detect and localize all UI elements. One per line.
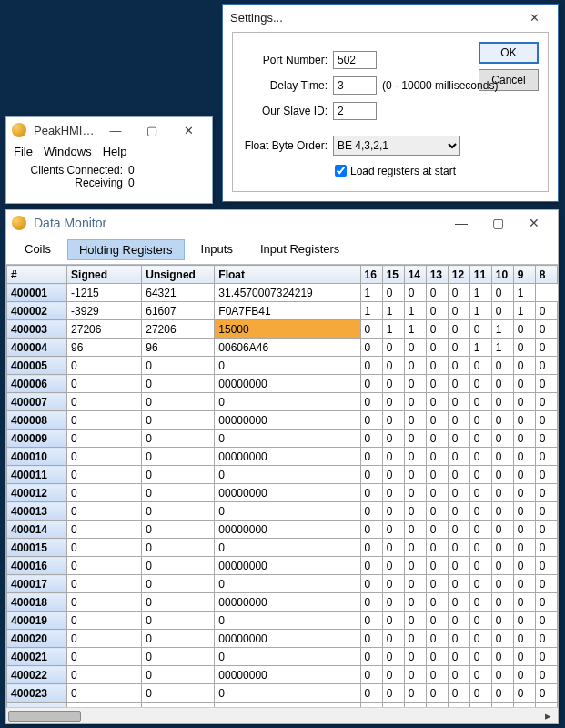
cell-bit[interactable]: 0 (469, 466, 491, 484)
cell-bit[interactable]: 0 (448, 557, 469, 575)
cell-addr[interactable]: 400020 (7, 630, 67, 648)
cell-signed[interactable]: 0 (67, 357, 142, 375)
cell-bit[interactable]: 0 (535, 502, 557, 521)
cell-bit[interactable]: 0 (491, 648, 513, 666)
cell-bit[interactable]: 0 (491, 393, 513, 411)
cell-unsigned[interactable]: 0 (142, 648, 215, 666)
cell-bit[interactable]: 0 (513, 612, 535, 630)
cell-bit[interactable]: 0 (448, 593, 469, 612)
cell-bit[interactable]: 0 (491, 430, 513, 448)
cell-addr[interactable]: 400009 (7, 430, 67, 448)
cell-bit[interactable]: 0 (448, 666, 469, 684)
header-bit-13[interactable]: 13 (426, 266, 448, 284)
cell-addr[interactable]: 400012 (7, 484, 67, 502)
table-row[interactable]: 400011000000000000 (7, 466, 558, 484)
cell-float[interactable]: 0 (215, 393, 360, 411)
cell-bit[interactable]: 0 (448, 484, 469, 502)
cell-bit[interactable]: 0 (491, 557, 513, 575)
cell-bit[interactable]: 0 (360, 593, 382, 612)
cell-bit[interactable]: 0 (382, 612, 404, 630)
cell-bit[interactable]: 0 (404, 448, 426, 466)
table-row[interactable]: 400005000000000000 (7, 357, 558, 375)
cell-bit[interactable]: 0 (448, 320, 469, 339)
cell-bit[interactable]: 1 (491, 339, 513, 357)
cell-bit[interactable]: 0 (469, 320, 491, 339)
cell-bit[interactable]: 1 (360, 284, 382, 302)
minimize-icon[interactable]: — (443, 212, 479, 234)
cell-bit[interactable]: 0 (469, 684, 491, 703)
cell-bit[interactable]: 0 (469, 502, 491, 521)
cell-bit[interactable]: 0 (404, 502, 426, 521)
cell-addr[interactable]: 400005 (7, 357, 67, 375)
cell-bit[interactable]: 0 (469, 539, 491, 557)
delay-input[interactable] (333, 76, 377, 95)
cell-bit[interactable]: 1 (513, 302, 535, 320)
cell-bit[interactable]: 0 (360, 320, 382, 339)
cell-bit[interactable]: 0 (491, 593, 513, 612)
cell-bit[interactable]: 0 (448, 430, 469, 448)
cell-float[interactable]: 00000000 (215, 521, 360, 539)
cell-bit[interactable]: 0 (491, 411, 513, 430)
cell-bit[interactable]: 0 (382, 502, 404, 521)
cell-bit[interactable]: 0 (426, 484, 448, 502)
cell-bit[interactable]: 0 (426, 393, 448, 411)
cell-bit[interactable]: 0 (404, 593, 426, 612)
cell-bit[interactable]: 0 (491, 375, 513, 393)
cell-bit[interactable]: 0 (513, 630, 535, 648)
cell-bit[interactable]: 0 (469, 612, 491, 630)
cell-unsigned[interactable]: 0 (142, 630, 215, 648)
cell-bit[interactable]: 0 (360, 666, 382, 684)
cell-bit[interactable]: 0 (404, 430, 426, 448)
cell-signed[interactable]: 0 (67, 448, 142, 466)
cell-bit[interactable]: 0 (382, 393, 404, 411)
scrollbar-thumb[interactable] (8, 711, 81, 722)
close-icon[interactable]: ✕ (170, 119, 207, 141)
cell-bit[interactable]: 0 (426, 684, 448, 703)
cell-bit[interactable]: 0 (491, 448, 513, 466)
cell-bit[interactable]: 0 (535, 484, 557, 502)
cell-bit[interactable]: 0 (382, 648, 404, 666)
cell-addr[interactable]: 400010 (7, 448, 67, 466)
cell-bit[interactable]: 0 (404, 484, 426, 502)
table-row[interactable]: 400003272062720615000011000100 (7, 320, 558, 339)
cell-bit[interactable]: 0 (535, 630, 557, 648)
cell-bit[interactable]: 1 (469, 339, 491, 357)
maximize-icon[interactable]: ▢ (134, 119, 170, 141)
cell-bit[interactable]: 0 (535, 466, 557, 484)
cell-unsigned[interactable]: 0 (142, 557, 215, 575)
cell-bit[interactable]: 0 (491, 284, 513, 302)
cell-bit[interactable]: 0 (469, 630, 491, 648)
cell-bit[interactable]: 0 (491, 666, 513, 684)
cell-bit[interactable]: 0 (448, 393, 469, 411)
cell-bit[interactable]: 0 (360, 612, 382, 630)
cell-addr[interactable]: 400001 (7, 284, 67, 302)
cell-bit[interactable]: 0 (491, 357, 513, 375)
cell-bit[interactable]: 0 (469, 666, 491, 684)
cell-bit[interactable]: 0 (448, 539, 469, 557)
cell-unsigned[interactable]: 64321 (142, 284, 215, 302)
cell-bit[interactable]: 0 (426, 357, 448, 375)
cell-bit[interactable]: 0 (426, 320, 448, 339)
table-row[interactable]: 400015000000000000 (7, 539, 558, 557)
cell-unsigned[interactable]: 0 (142, 393, 215, 411)
cell-bit[interactable]: 1 (382, 302, 404, 320)
cell-bit[interactable]: 0 (382, 575, 404, 593)
cell-bit[interactable]: 0 (382, 630, 404, 648)
cell-bit[interactable]: 0 (491, 539, 513, 557)
cell-bit[interactable]: 0 (382, 521, 404, 539)
cell-unsigned[interactable]: 0 (142, 521, 215, 539)
cell-bit[interactable]: 0 (426, 612, 448, 630)
cell-bit[interactable]: 0 (535, 430, 557, 448)
cell-bit[interactable]: 0 (448, 411, 469, 430)
cell-bit[interactable]: 0 (469, 375, 491, 393)
cell-signed[interactable]: 0 (67, 648, 142, 666)
cell-bit[interactable]: 0 (382, 448, 404, 466)
table-row[interactable]: 400017000000000000 (7, 575, 558, 593)
cell-bit[interactable]: 0 (535, 320, 557, 339)
cell-bit[interactable]: 0 (491, 575, 513, 593)
cell-bit[interactable]: 0 (426, 666, 448, 684)
cell-bit[interactable]: 0 (360, 521, 382, 539)
cell-signed[interactable]: 0 (67, 666, 142, 684)
table-row[interactable]: 400001-12156432131.457000732421910000101 (7, 284, 558, 302)
menu-file[interactable]: File (14, 145, 33, 158)
